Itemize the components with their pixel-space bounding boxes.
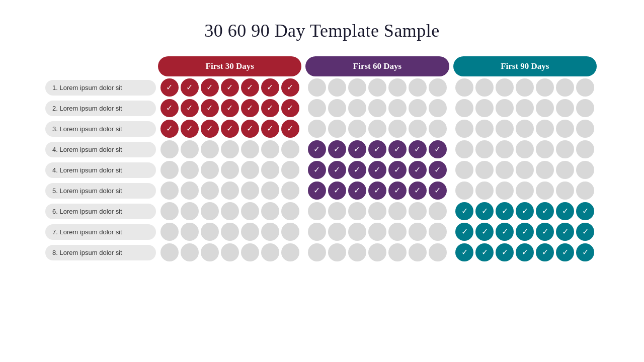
dot — [221, 161, 239, 179]
dot: ✓ — [181, 120, 199, 138]
dot — [160, 161, 179, 179]
dots-section-30: ✓✓✓✓✓✓✓ — [156, 120, 303, 138]
dot — [556, 120, 574, 138]
checkmark-icon: ✓ — [226, 104, 233, 112]
dot: ✓ — [409, 182, 427, 200]
dots-section-30 — [156, 182, 303, 200]
dots-section-60 — [303, 202, 451, 220]
dot: ✓ — [475, 202, 494, 220]
page-title: 30 60 90 Day Template Sample — [204, 20, 440, 41]
dot — [308, 78, 326, 97]
checkmark-icon: ✓ — [562, 207, 569, 215]
dot — [516, 120, 534, 138]
checkmark-icon: ✓ — [481, 207, 488, 215]
dot: ✓ — [556, 223, 574, 241]
dot: ✓ — [536, 202, 554, 220]
dot — [496, 120, 514, 138]
dot: ✓ — [308, 182, 326, 200]
dots-section-90 — [451, 140, 599, 158]
dot — [308, 202, 326, 220]
dot — [536, 161, 554, 179]
dot — [221, 182, 239, 200]
dot — [516, 78, 534, 97]
dot — [388, 78, 407, 97]
dots-section-90 — [451, 182, 599, 200]
dot: ✓ — [576, 243, 594, 261]
dot — [516, 140, 534, 158]
row-label: 4. Lorem ipsum dolor sit — [45, 162, 156, 178]
dot — [556, 140, 574, 158]
dot: ✓ — [261, 99, 279, 117]
dot — [181, 243, 199, 261]
dot — [455, 120, 473, 138]
dot — [429, 120, 447, 138]
dot — [201, 202, 219, 220]
checkmark-icon: ✓ — [522, 248, 528, 256]
dot — [475, 78, 494, 97]
dot: ✓ — [516, 202, 534, 220]
dot: ✓ — [496, 202, 514, 220]
dot — [281, 140, 299, 158]
checkmark-icon: ✓ — [414, 166, 421, 174]
dot — [429, 243, 447, 261]
dot: ✓ — [496, 243, 514, 261]
dot — [368, 243, 386, 261]
dot: ✓ — [281, 120, 299, 138]
dot — [201, 161, 219, 179]
checkmark-icon: ✓ — [481, 228, 488, 236]
dot — [241, 223, 259, 241]
dot — [455, 78, 473, 97]
checkmark-icon: ✓ — [461, 207, 468, 215]
dot: ✓ — [429, 161, 447, 179]
dots-section-30: ✓✓✓✓✓✓✓ — [156, 78, 303, 97]
table-row: 7. Lorem ipsum dolor sit✓✓✓✓✓✓✓ — [45, 223, 599, 241]
dot — [409, 120, 427, 138]
table-row: 2. Lorem ipsum dolor sit✓✓✓✓✓✓✓ — [45, 99, 599, 117]
dot — [181, 182, 199, 200]
dot — [241, 140, 259, 158]
dot — [281, 202, 299, 220]
dot — [388, 243, 407, 261]
dot — [475, 120, 494, 138]
dot — [308, 120, 326, 138]
table-row: 4. Lorem ipsum dolor sit✓✓✓✓✓✓✓ — [45, 140, 599, 158]
main-table: First 30 Days First 60 Days First 90 Day… — [45, 56, 599, 264]
dot — [388, 223, 407, 241]
row-label: 2. Lorem ipsum dolor sit — [45, 101, 156, 116]
checkmark-icon: ✓ — [334, 166, 340, 174]
dot — [429, 202, 447, 220]
row-label: 7. Lorem ipsum dolor sit — [45, 224, 156, 240]
dot: ✓ — [281, 99, 299, 117]
dot: ✓ — [368, 140, 386, 158]
dots-section-90 — [451, 78, 599, 97]
dot — [261, 182, 279, 200]
checkmark-icon: ✓ — [166, 104, 173, 112]
dot: ✓ — [475, 223, 494, 241]
dot: ✓ — [455, 202, 473, 220]
dot — [160, 243, 179, 261]
dot: ✓ — [241, 99, 259, 117]
dot: ✓ — [221, 99, 239, 117]
checkmark-icon: ✓ — [522, 228, 528, 236]
dots-section-30 — [156, 243, 303, 261]
dot: ✓ — [328, 182, 346, 200]
dots-section-90 — [451, 161, 599, 179]
checkmark-icon: ✓ — [394, 166, 400, 174]
checkmark-icon: ✓ — [247, 83, 253, 92]
table-row: 3. Lorem ipsum dolor sit✓✓✓✓✓✓✓ — [45, 120, 599, 138]
dot — [308, 223, 326, 241]
checkmark-icon: ✓ — [394, 145, 400, 153]
dot: ✓ — [201, 99, 219, 117]
dot — [368, 223, 386, 241]
dot: ✓ — [455, 243, 473, 261]
dots-section-30 — [156, 140, 303, 158]
dot: ✓ — [348, 161, 366, 179]
dot — [201, 140, 219, 158]
dot — [328, 243, 346, 261]
dots-section-60 — [303, 120, 451, 138]
dot — [536, 182, 554, 200]
dot — [556, 182, 574, 200]
dots-section-60 — [303, 99, 451, 117]
dot — [536, 120, 554, 138]
checkmark-icon: ✓ — [374, 187, 380, 195]
